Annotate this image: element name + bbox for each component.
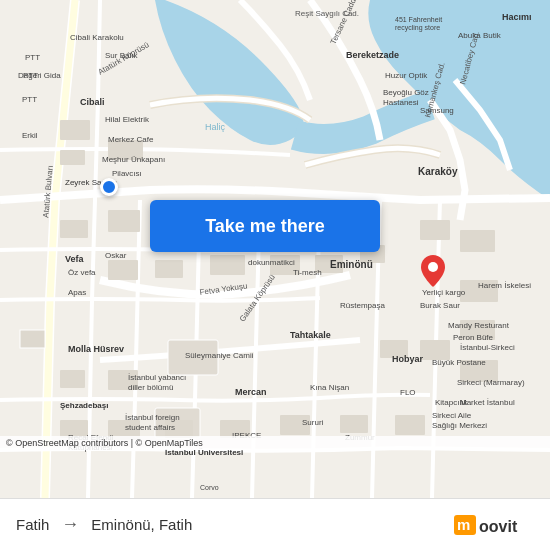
svg-text:oovit: oovit [479,518,518,535]
svg-text:Sirkeci (Marmaray): Sirkeci (Marmaray) [457,378,525,387]
svg-text:Haliç: Haliç [205,122,226,132]
svg-rect-12 [155,260,183,278]
svg-text:Ti-mesh: Ti-mesh [293,268,322,277]
svg-rect-11 [108,260,138,280]
svg-text:Hobyar: Hobyar [392,354,424,364]
origin-marker [100,178,118,196]
svg-text:Öz vefa: Öz vefa [68,268,96,277]
svg-rect-8 [108,210,140,232]
bottom-bar: Fatih → Eminönü, Fatih m oovit [0,498,550,550]
arrow-icon: → [61,514,79,535]
svg-text:Sağlığı Merkezi: Sağlığı Merkezi [432,421,487,430]
svg-text:Apas: Apas [68,288,86,297]
svg-text:Büyük Postane: Büyük Postane [432,358,486,367]
svg-text:Erkil: Erkil [22,131,38,140]
svg-text:Molla Hüsrev: Molla Hüsrev [68,344,124,354]
svg-text:Market İstanbul: Market İstanbul [460,398,515,407]
svg-rect-24 [60,370,85,388]
svg-text:Hacımı: Hacımı [502,12,532,22]
svg-text:Abuka Butik: Abuka Butik [458,31,502,40]
svg-text:Rüstempaşa: Rüstempaşa [340,301,385,310]
svg-text:451 Fahrenheit: 451 Fahrenheit [395,16,442,23]
svg-text:Sur Balık: Sur Balık [105,51,138,60]
svg-rect-18 [460,230,495,252]
svg-text:Eminönü: Eminönü [330,259,373,270]
svg-rect-1 [20,330,45,348]
svg-text:Tahtakale: Tahtakale [290,330,331,340]
svg-text:Oskar: Oskar [105,251,127,260]
svg-text:İstanbul yabancı: İstanbul yabancı [128,373,186,382]
svg-text:Vefa: Vefa [65,254,85,264]
svg-rect-32 [395,415,425,435]
moovit-logo: m oovit [454,511,534,539]
svg-point-105 [428,262,438,272]
svg-text:m: m [457,516,470,533]
svg-text:PTT: PTT [22,95,37,104]
svg-rect-22 [420,340,450,360]
svg-text:Mandy Resturant: Mandy Resturant [448,321,510,330]
svg-text:Corvo: Corvo [200,484,219,491]
svg-text:Hilal Elektrik: Hilal Elektrik [105,115,150,124]
svg-text:Hastanesi: Hastanesi [383,98,419,107]
map-attribution: © OpenStreetMap contributors | © OpenMap… [0,436,550,450]
svg-text:Huzur Optik: Huzur Optik [385,71,428,80]
svg-text:Karaköy: Karaköy [418,166,458,177]
svg-rect-31 [340,415,368,433]
svg-text:PTT: PTT [25,53,40,62]
svg-text:Cibali: Cibali [80,97,105,107]
svg-text:student affairs: student affairs [125,423,175,432]
moovit-logo-svg: m oovit [454,511,534,539]
svg-text:Merkez Cafe: Merkez Cafe [108,135,154,144]
svg-text:Süleymaniye Camii: Süleymaniye Camii [185,351,254,360]
svg-rect-17 [420,220,450,240]
svg-rect-4 [60,120,90,140]
destination-pin [421,255,445,287]
svg-rect-13 [210,255,245,275]
svg-text:Dağeri Gida: Dağeri Gida [18,71,61,80]
svg-text:Harem İskelesi: Harem İskelesi [478,281,531,290]
svg-text:diller bölümü: diller bölümü [128,383,173,392]
svg-text:Meşhur Ünkapanı: Meşhur Ünkapanı [102,155,165,164]
svg-text:Şehzadebaşı: Şehzadebaşı [60,401,108,410]
svg-text:Beyoğlu Göz: Beyoğlu Göz [383,88,429,97]
map-area[interactable]: Atatürk Köprüsü Galata Köprüsü Reşit Say… [0,0,550,498]
destination-label: Eminönü, Fatih [91,516,192,533]
svg-text:Samsung: Samsung [420,106,454,115]
svg-rect-7 [60,220,88,238]
svg-text:Mercan: Mercan [235,387,267,397]
svg-text:Sirkeci Aile: Sirkeci Aile [432,411,472,420]
svg-text:Bereketzade: Bereketzade [346,50,399,60]
svg-text:Kına Nişan: Kına Nişan [310,383,349,392]
svg-text:Pilavcısı: Pilavcısı [112,169,142,178]
svg-text:Cibali Karakolu: Cibali Karakolu [70,33,124,42]
svg-text:İstanbul-Sirkeci: İstanbul-Sirkeci [460,343,515,352]
svg-text:dokunmatikci: dokunmatikci [248,258,295,267]
svg-text:Yerliçi kargo: Yerliçi kargo [422,288,466,297]
take-me-there-button[interactable]: Take me there [150,200,380,252]
svg-text:recycling store: recycling store [395,24,440,32]
svg-text:FLO: FLO [400,388,416,397]
svg-text:İstanbul foreign: İstanbul foreign [125,413,180,422]
svg-rect-5 [60,150,85,165]
origin-label: Fatih [16,516,49,533]
svg-text:Peron Büfe: Peron Büfe [453,333,494,342]
svg-text:Burak Saur: Burak Saur [420,301,460,310]
svg-text:Sururi: Sururi [302,418,324,427]
app-container: Atatürk Köprüsü Galata Köprüsü Reşit Say… [0,0,550,550]
